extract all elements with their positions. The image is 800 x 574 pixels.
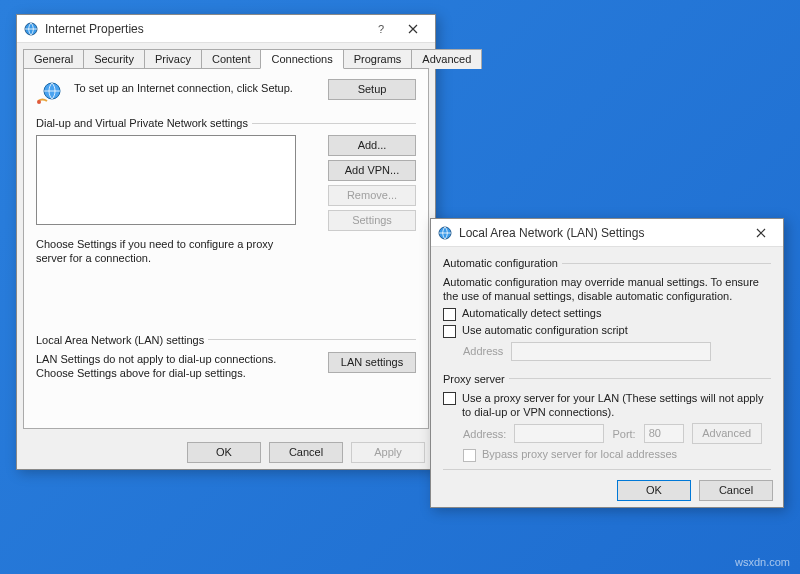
use-proxy-checkbox[interactable]: Use a proxy server for your LAN (These s… [443,391,771,420]
dialup-settings-button: Settings [328,210,416,231]
advanced-button: Advanced [692,423,762,444]
lan-help-text: LAN Settings do not apply to dial-up con… [36,352,296,381]
bypass-local-checkbox: Bypass proxy server for local addresses [463,448,771,462]
tab-privacy[interactable]: Privacy [144,49,202,69]
globe-icon [437,225,453,241]
setup-button[interactable]: Setup [328,79,416,100]
setup-text: To set up an Internet connection, click … [74,79,318,95]
svg-point-2 [37,100,41,104]
help-button[interactable]: ? [365,18,397,40]
cancel-button[interactable]: Cancel [269,442,343,463]
proxy-port-input: 80 [644,424,684,443]
internet-properties-window: Internet Properties ? General Security P… [16,14,436,470]
checkbox-icon [463,449,476,462]
proxy-address-label: Address: [463,428,506,440]
add-vpn-button[interactable]: Add VPN... [328,160,416,181]
tab-advanced[interactable]: Advanced [411,49,482,69]
window-title: Local Area Network (LAN) Settings [459,226,745,240]
lan-settings-window: Local Area Network (LAN) Settings Automa… [430,218,784,508]
checkbox-icon [443,308,456,321]
tab-connections[interactable]: Connections [260,49,343,69]
auto-config-help: Automatic configuration may override man… [443,275,771,304]
add-button[interactable]: Add... [328,135,416,156]
close-button[interactable] [745,222,777,244]
cancel-button[interactable]: Cancel [699,480,773,501]
window-title: Internet Properties [45,22,365,36]
auto-detect-checkbox[interactable]: Automatically detect settings [443,307,771,321]
proxy-address-input [514,424,604,443]
tab-programs[interactable]: Programs [343,49,413,69]
tab-content[interactable]: Content [201,49,262,69]
checkbox-icon [443,392,456,405]
close-button[interactable] [397,18,429,40]
tab-general[interactable]: General [23,49,84,69]
checkbox-icon [443,325,456,338]
auto-script-checkbox[interactable]: Use automatic configuration script [443,324,771,338]
script-address-label: Address [463,345,503,357]
tab-strip: General Security Privacy Content Connect… [23,49,429,69]
remove-button: Remove... [328,185,416,206]
connection-wizard-icon [36,79,64,107]
auto-config-label: Automatic configuration [443,257,558,269]
ok-button[interactable]: OK [617,480,691,501]
lan-settings-button[interactable]: LAN settings [328,352,416,373]
tab-security[interactable]: Security [83,49,145,69]
titlebar[interactable]: Internet Properties ? [17,15,435,43]
globe-icon [23,21,39,37]
lan-group-label: Local Area Network (LAN) settings [36,334,204,346]
tab-panel-connections: To set up an Internet connection, click … [23,68,429,429]
dialup-group-label: Dial-up and Virtual Private Network sett… [36,117,248,129]
watermark: wsxdn.com [735,556,790,568]
ok-button[interactable]: OK [187,442,261,463]
dialup-help-text: Choose Settings if you need to configure… [36,237,296,266]
dialup-listbox[interactable] [36,135,296,225]
titlebar[interactable]: Local Area Network (LAN) Settings [431,219,783,247]
dialog-buttons: OK Cancel [431,474,783,507]
proxy-port-label: Port: [612,428,635,440]
proxy-label: Proxy server [443,373,505,385]
dialog-buttons: OK Cancel Apply [17,436,435,469]
script-address-input [511,342,711,361]
lan-settings-body: Automatic configuration Automatic config… [431,247,783,474]
apply-button: Apply [351,442,425,463]
